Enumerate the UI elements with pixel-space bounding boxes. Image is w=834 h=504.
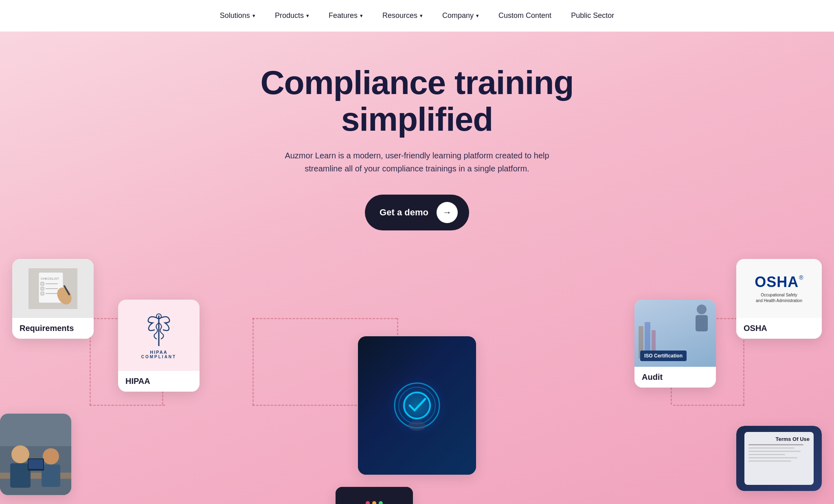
nav-products-label: Products bbox=[275, 11, 304, 20]
nav-solutions[interactable]: Solutions ▾ bbox=[220, 11, 255, 20]
svg-point-16 bbox=[403, 391, 431, 420]
terms-title: Terms Of Use bbox=[748, 436, 810, 442]
svg-point-19 bbox=[697, 305, 707, 314]
iso-label: ISO Certification bbox=[640, 351, 687, 361]
connector-line bbox=[252, 318, 254, 405]
hero-subtitle: Auzmor Learn is a modern, user-friendly … bbox=[279, 149, 555, 175]
arrow-circle-icon: → bbox=[437, 202, 458, 223]
navigation: Solutions ▾ Products ▾ Features ▾ Resour… bbox=[0, 0, 834, 32]
nav-features-label: Features bbox=[329, 11, 358, 20]
hipaa-badge-text: HIPAA bbox=[150, 350, 167, 355]
chevron-down-icon: ▾ bbox=[252, 13, 255, 19]
svg-rect-27 bbox=[42, 465, 60, 487]
shield-check-icon bbox=[384, 373, 450, 438]
audit-label: Audit bbox=[634, 367, 716, 388]
osha-label: OSHA bbox=[736, 318, 822, 339]
people-meeting-image bbox=[0, 414, 71, 495]
osha-sub-line1: Occupational Safetyand Health Administra… bbox=[756, 292, 802, 304]
chevron-down-icon: ▾ bbox=[306, 13, 309, 19]
svg-rect-3 bbox=[41, 282, 44, 285]
svg-rect-20 bbox=[696, 315, 708, 331]
osha-registered-icon: ® bbox=[799, 274, 803, 281]
requirements-card: CHECKLIST Requirements bbox=[12, 259, 94, 339]
requirements-label: Requirements bbox=[12, 318, 94, 339]
osha-card: OSHA ® Occupational Safetyand Health Adm… bbox=[736, 259, 822, 339]
nav-resources-label: Resources bbox=[382, 11, 417, 20]
nav-resources[interactable]: Resources ▾ bbox=[382, 11, 423, 20]
nav-public-sector-label: Public Sector bbox=[571, 11, 614, 20]
osha-logo-text: OSHA bbox=[755, 274, 799, 291]
hipaa-label: HIPAA bbox=[118, 371, 200, 392]
chevron-down-icon: ▾ bbox=[476, 13, 479, 19]
person-silhouette bbox=[691, 304, 712, 336]
nav-company-label: Company bbox=[442, 11, 474, 20]
hero-section: Compliance training simplified Auzmor Le… bbox=[0, 32, 834, 504]
hero-title: Compliance training simplified bbox=[234, 64, 600, 138]
svg-rect-29 bbox=[29, 459, 43, 469]
nav-company[interactable]: Company ▾ bbox=[442, 11, 479, 20]
nav-solutions-label: Solutions bbox=[220, 11, 250, 20]
connector-line bbox=[252, 318, 397, 319]
chevron-down-icon: ▾ bbox=[420, 13, 423, 19]
nav-public-sector[interactable]: Public Sector bbox=[571, 11, 614, 20]
cta-label: Get a demo bbox=[380, 207, 428, 218]
svg-point-26 bbox=[43, 448, 59, 465]
nav-features[interactable]: Features ▾ bbox=[329, 11, 363, 20]
nav-products[interactable]: Products ▾ bbox=[275, 11, 309, 20]
person-card bbox=[0, 414, 71, 495]
checklist-image: CHECKLIST bbox=[29, 268, 77, 309]
compliance-cards-area: CHECKLIST Requirements bbox=[0, 255, 834, 504]
center-compliance-card bbox=[358, 336, 476, 475]
connector-line bbox=[90, 405, 165, 406]
nav-custom-content[interactable]: Custom Content bbox=[498, 11, 551, 20]
svg-rect-25 bbox=[10, 463, 31, 488]
arrow-right-icon: → bbox=[443, 207, 452, 218]
connector-line bbox=[673, 405, 744, 406]
svg-rect-5 bbox=[41, 292, 44, 295]
chevron-down-icon: ▾ bbox=[360, 13, 363, 19]
terms-card: Terms Of Use bbox=[736, 426, 822, 491]
hipaa-badge-sub: COMPLIANT bbox=[141, 355, 176, 359]
audit-card: ISO Certification Audit bbox=[634, 300, 716, 388]
caduceus-icon bbox=[143, 311, 175, 348]
svg-point-18 bbox=[408, 421, 426, 431]
svg-text:CHECKLIST: CHECKLIST bbox=[41, 277, 59, 280]
get-demo-button[interactable]: Get a demo → bbox=[365, 195, 469, 230]
bottom-dark-card bbox=[336, 487, 413, 504]
svg-point-24 bbox=[11, 445, 29, 463]
svg-rect-4 bbox=[41, 287, 44, 290]
nav-custom-content-label: Custom Content bbox=[498, 11, 551, 20]
hipaa-card: HIPAA COMPLIANT HIPAA bbox=[118, 300, 200, 392]
